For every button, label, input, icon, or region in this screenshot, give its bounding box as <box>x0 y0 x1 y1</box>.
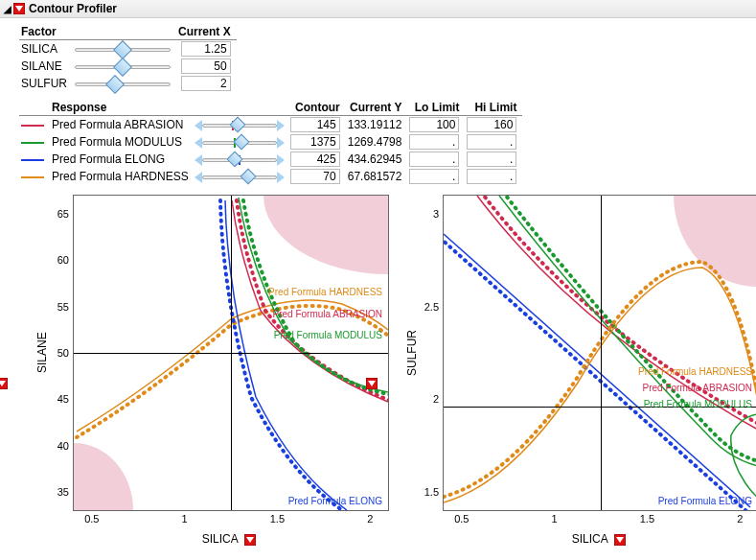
contour-plot-silane-silica[interactable]: SILANE 35404550556065 <box>34 195 389 546</box>
contour-value[interactable]: 70 <box>290 169 340 184</box>
factor-name: SILANE <box>19 58 73 75</box>
curve-label-abrasion: Pred Formula ABRASION <box>643 383 752 393</box>
factor-value[interactable]: 2 <box>181 76 231 91</box>
x-axis-hotspot-icon[interactable] <box>244 534 256 546</box>
plot-area[interactable]: Pred Formula HARDNESS Pred Formula ABRAS… <box>443 195 756 511</box>
curve-label-abrasion: Pred Formula ABRASION <box>273 309 382 319</box>
currenty-value: 133.19112 <box>346 116 408 134</box>
factor-table: Factor Current X SILICA 1.25 SILANE 50 S… <box>19 24 237 92</box>
factor-slider[interactable] <box>75 59 171 73</box>
factor-value[interactable]: 1.25 <box>181 41 231 57</box>
disclose-icon[interactable]: ◢ <box>4 4 11 14</box>
section-header: ◢ Contour Profiler <box>0 0 756 18</box>
crosshair-vertical[interactable] <box>231 196 232 510</box>
response-slider[interactable] <box>196 170 283 183</box>
curve-label-hardness: Pred Formula HARDNESS <box>268 287 382 297</box>
curve-label-hardness: Pred Formula HARDNESS <box>638 366 752 377</box>
currenty-value: 1269.4798 <box>346 133 408 151</box>
factor-header: Factor <box>19 24 73 40</box>
hilimit-header: Hi Limit <box>465 100 522 116</box>
contour-curves <box>444 196 756 511</box>
x-axis-hotspot-icon[interactable] <box>614 534 626 546</box>
contour-plot-sulfur-silica[interactable]: SULFUR 1.522.53 <box>404 195 756 546</box>
contour-value[interactable]: 145 <box>290 117 340 132</box>
curve-label-elong: Pred Formula ELONG <box>658 496 752 506</box>
response-color-swatch <box>21 142 44 144</box>
hilimit-value[interactable]: . <box>467 152 516 167</box>
response-color-swatch <box>21 176 44 178</box>
currentx-header: Current X <box>176 24 237 40</box>
crosshair-vertical[interactable] <box>601 196 602 510</box>
lolimit-header: Lo Limit <box>407 100 465 116</box>
factor-value[interactable]: 50 <box>181 58 231 74</box>
factor-row: SILANE 50 <box>19 58 237 75</box>
x-axis-ticks: 0.511.52 <box>443 511 756 532</box>
response-name: Pred Formula ELONG <box>50 151 195 168</box>
currenty-value: 67.681572 <box>346 168 408 185</box>
curve-label-modulus: Pred Formula MODULUS <box>274 330 382 340</box>
factor-slider[interactable] <box>75 77 171 90</box>
response-table: Response Contour Current Y Lo Limit Hi L… <box>19 100 522 185</box>
response-slider[interactable] <box>196 135 283 149</box>
y-axis-label: SILANE <box>34 195 50 511</box>
factor-row: SULFUR 2 <box>19 75 237 92</box>
response-name: Pred Formula MODULUS <box>50 133 195 151</box>
response-name: Pred Formula HARDNESS <box>50 168 195 185</box>
x-axis-ticks: 0.511.52 <box>73 511 389 532</box>
lolimit-value[interactable]: . <box>409 152 459 167</box>
factor-row: SILICA 1.25 <box>19 40 237 58</box>
factor-name: SULFUR <box>19 75 73 92</box>
hotspot-icon[interactable] <box>13 3 25 14</box>
x-axis-label: SILICA <box>73 532 389 546</box>
factor-name: SILICA <box>19 40 73 58</box>
response-header: Response <box>50 100 195 116</box>
y-axis-ticks: 1.522.53 <box>420 195 443 511</box>
response-name: Pred Formula ABRASION <box>50 116 195 134</box>
hilimit-value[interactable]: . <box>467 134 516 150</box>
currenty-header: Current Y <box>346 100 408 116</box>
curve-label-modulus: Pred Formula MODULUS <box>644 399 752 409</box>
lolimit-value[interactable]: . <box>409 134 459 150</box>
curve-label-elong: Pred Formula ELONG <box>288 496 382 506</box>
currenty-value: 434.62945 <box>346 151 408 168</box>
x-axis-label: SILICA <box>443 532 756 546</box>
response-row: Pred Formula HARDNESS 70 67.681572 . . <box>19 168 522 185</box>
response-color-swatch <box>21 159 44 161</box>
response-row: Pred Formula MODULUS 1375 1269.4798 . . <box>19 133 522 151</box>
response-row: Pred Formula ABRASION 145 133.19112 100 … <box>19 116 522 134</box>
response-row: Pred Formula ELONG 425 434.62945 . . <box>19 151 522 168</box>
contour-value[interactable]: 1375 <box>290 134 340 150</box>
y-axis-ticks: 35404550556065 <box>50 195 73 511</box>
y-axis-hotspot-icon[interactable] <box>0 378 8 389</box>
lolimit-value[interactable]: 100 <box>409 117 459 132</box>
factor-slider[interactable] <box>75 42 171 56</box>
response-slider[interactable] <box>196 118 283 131</box>
plot-area[interactable]: Pred Formula HARDNESS Pred Formula ABRAS… <box>73 195 389 511</box>
y-axis-hotspot-icon[interactable] <box>366 378 378 389</box>
response-color-swatch <box>21 125 44 127</box>
lolimit-value[interactable]: . <box>409 169 459 184</box>
response-slider[interactable] <box>196 152 283 166</box>
contour-header: Contour <box>288 100 346 116</box>
hilimit-value[interactable]: . <box>467 169 516 184</box>
section-title: Contour Profiler <box>29 2 117 15</box>
contour-value[interactable]: 425 <box>290 152 340 167</box>
hilimit-value[interactable]: 160 <box>467 117 516 132</box>
y-axis-label: SULFUR <box>404 195 420 511</box>
